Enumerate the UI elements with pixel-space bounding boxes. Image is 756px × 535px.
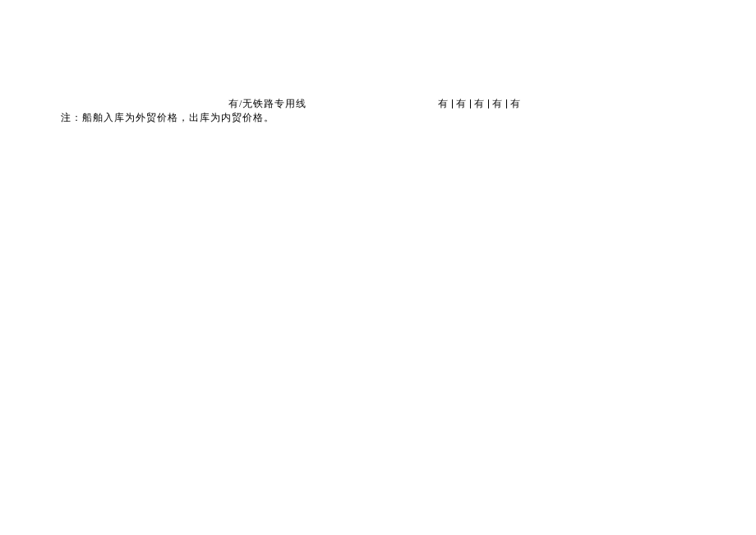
- value-cell-2: 有: [474, 97, 485, 111]
- table-row: 有/无铁路专用线 有 有 有 有 有: [228, 97, 521, 111]
- footnote-text: 注：船舶入库为外贸价格，出库为内贸价格。: [61, 111, 274, 125]
- cell-separator: [470, 99, 471, 108]
- cell-separator: [488, 99, 489, 108]
- value-cell-4: 有: [510, 97, 521, 111]
- row-values: 有 有 有 有 有: [438, 97, 521, 111]
- row-label: 有/无铁路专用线: [228, 97, 307, 111]
- cell-separator: [506, 99, 507, 108]
- value-cell-1: 有: [456, 97, 467, 111]
- value-cell-0: 有: [438, 97, 449, 111]
- value-cell-3: 有: [492, 97, 503, 111]
- cell-separator: [452, 99, 453, 108]
